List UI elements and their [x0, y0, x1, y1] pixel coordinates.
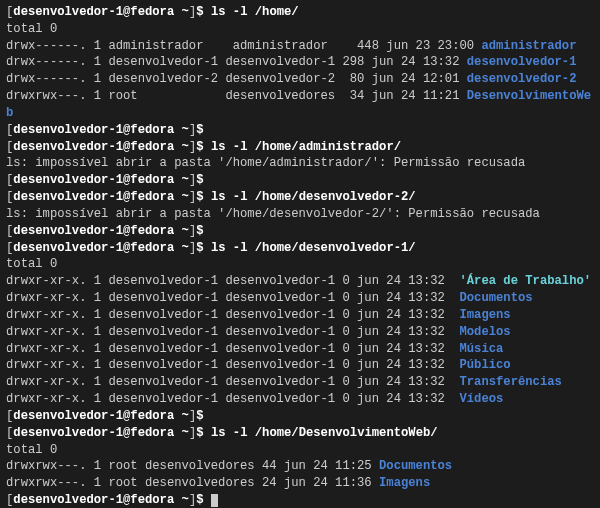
cursor-icon: [211, 494, 218, 507]
terminal-output: [desenvolvedor-1@fedora ~]$ ls -l /home/…: [6, 4, 594, 508]
dir-name: administrador: [481, 39, 576, 53]
dir-name: Transferências: [459, 375, 561, 389]
dir-name: Música: [459, 342, 503, 356]
prompt-line[interactable]: [desenvolvedor-1@fedora ~]$ ls -l /home/…: [6, 240, 594, 257]
prompt-line[interactable]: [desenvolvedor-1@fedora ~]$: [6, 172, 594, 189]
ls-row: drwxrwx---. 1 root desenvolvedores 24 ju…: [6, 475, 594, 492]
ls-row: drwxr-xr-x. 1 desenvolvedor-1 desenvolve…: [6, 374, 594, 391]
ls-row: drwxr-xr-x. 1 desenvolvedor-1 desenvolve…: [6, 324, 594, 341]
error-output: ls: impossível abrir a pasta '/home/admi…: [6, 155, 594, 172]
dir-name: desenvolvedor-1: [467, 55, 577, 69]
ls-row: drwxr-xr-x. 1 desenvolvedor-1 desenvolve…: [6, 341, 594, 358]
dir-name: Público: [459, 358, 510, 372]
dir-name: Documentos: [379, 459, 452, 473]
command: ls -l /home/: [211, 5, 299, 19]
ls-row-wrap: b: [6, 105, 594, 122]
output-total: total 0: [6, 442, 594, 459]
ls-row: drwxr-xr-x. 1 desenvolvedor-1 desenvolve…: [6, 307, 594, 324]
prompt-line[interactable]: [desenvolvedor-1@fedora ~]$: [6, 122, 594, 139]
ls-row: drwxr-xr-x. 1 desenvolvedor-1 desenvolve…: [6, 391, 594, 408]
ls-row: drwxr-xr-x. 1 desenvolvedor-1 desenvolve…: [6, 290, 594, 307]
prompt-line-active[interactable]: [desenvolvedor-1@fedora ~]$: [6, 492, 594, 508]
prompt-line[interactable]: [desenvolvedor-1@fedora ~]$: [6, 408, 594, 425]
ls-row: drwx------. 1 desenvolvedor-2 desenvolve…: [6, 71, 594, 88]
dir-name: Documentos: [459, 291, 532, 305]
dir-name: Imagens: [459, 308, 510, 322]
prompt-line[interactable]: [desenvolvedor-1@fedora ~]$ ls -l /home/…: [6, 189, 594, 206]
ls-row: drwxrwx---. 1 root desenvolvedores 44 ju…: [6, 458, 594, 475]
command: ls -l /home/desenvolvedor-1/: [211, 241, 416, 255]
ls-row: drwxr-xr-x. 1 desenvolvedor-1 desenvolve…: [6, 357, 594, 374]
prompt-line[interactable]: [desenvolvedor-1@fedora ~]$ ls -l /home/…: [6, 139, 594, 156]
ls-row: drwx------. 1 desenvolvedor-1 desenvolve…: [6, 54, 594, 71]
prompt-line[interactable]: [desenvolvedor-1@fedora ~]$ ls -l /home/: [6, 4, 594, 21]
dir-name: Vídeos: [459, 392, 503, 406]
ls-row: drwxr-xr-x. 1 desenvolvedor-1 desenvolve…: [6, 273, 594, 290]
error-output: ls: impossível abrir a pasta '/home/dese…: [6, 206, 594, 223]
dir-name: Modelos: [459, 325, 510, 339]
dir-name: DesenvolvimentoWe: [467, 89, 591, 103]
ls-row: drwxrwx---. 1 root desenvolvedores 34 ju…: [6, 88, 594, 105]
dir-name: Imagens: [379, 476, 430, 490]
prompt-line[interactable]: [desenvolvedor-1@fedora ~]$ ls -l /home/…: [6, 425, 594, 442]
ls-row: drwx------. 1 administrador administrado…: [6, 38, 594, 55]
output-total: total 0: [6, 21, 594, 38]
output-total: total 0: [6, 256, 594, 273]
command: ls -l /home/DesenvolvimentoWeb/: [211, 426, 438, 440]
prompt-line[interactable]: [desenvolvedor-1@fedora ~]$: [6, 223, 594, 240]
command: ls -l /home/desenvolvedor-2/: [211, 190, 416, 204]
dir-name: desenvolvedor-2: [467, 72, 577, 86]
dir-name: 'Área de Trabalho': [459, 274, 591, 288]
command: ls -l /home/administrador/: [211, 140, 401, 154]
